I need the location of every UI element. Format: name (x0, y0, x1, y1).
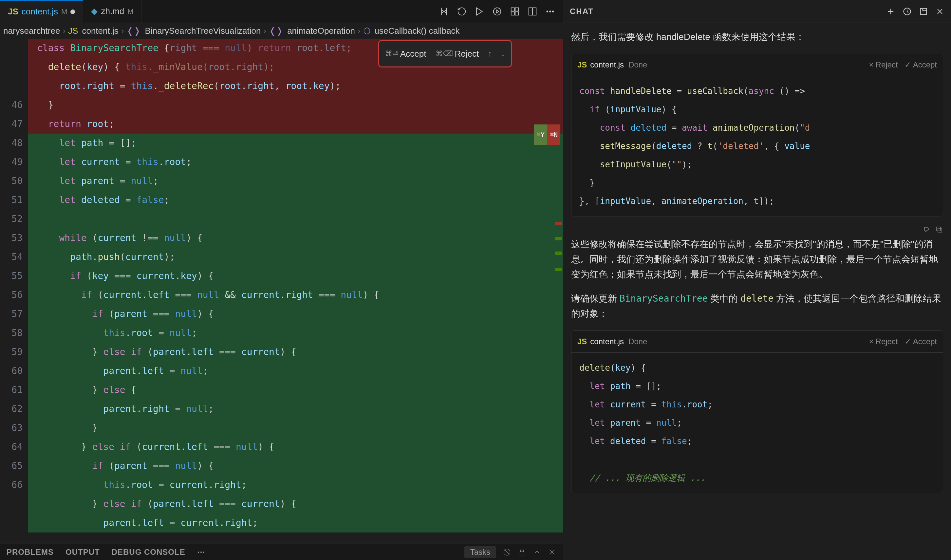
run-alt-icon[interactable] (492, 6, 502, 16)
editor-body[interactable]: 46 47 48 49 50 51 52 53 54 55 56 57 58 5… (0, 38, 563, 544)
chat-title: CHAT (570, 7, 594, 16)
js-icon: JS (68, 26, 78, 36)
lock-icon[interactable] (518, 548, 526, 556)
tab-content-js[interactable]: JS content.js M (0, 0, 83, 23)
chat-header: CHAT (563, 0, 951, 23)
code-block-filename: content.js (590, 334, 624, 349)
more-icon[interactable] (545, 6, 555, 16)
symbol-icon: ⬡ (363, 26, 371, 36)
tab-label: zh.md (101, 6, 124, 16)
code-column[interactable]: class BinarySearchTree {right === null) … (28, 38, 563, 544)
js-icon: JS (577, 334, 587, 349)
svg-rect-2 (515, 8, 519, 11)
code-block-status: Done (628, 57, 647, 72)
chat-code-block: JS content.js Done × Reject ✓ Accept con… (571, 54, 943, 217)
svg-rect-1 (511, 8, 514, 11)
reject-button[interactable]: × Reject (869, 334, 898, 349)
copy-icon[interactable] (935, 226, 943, 234)
revert-icon[interactable] (457, 6, 467, 16)
thumb-down-icon[interactable] (922, 226, 930, 234)
debug-console-tab[interactable]: DEBUG CONSOLE (112, 548, 185, 557)
breadcrumb-item[interactable]: animateOperation (287, 26, 355, 36)
chat-code-block: JS content.js Done × Reject ✓ Accept del… (571, 331, 943, 493)
accept-button[interactable]: ⌘⏎Accept (385, 44, 426, 63)
breadcrumb-item[interactable]: content.js (82, 26, 118, 36)
chat-pane: CHAT 然后，我们需要修改 handleDelete 函数来使用这个结果： J… (563, 0, 951, 560)
code-block-header: JS content.js Done × Reject ✓ Accept (571, 54, 943, 76)
code-block-status: Done (628, 334, 647, 349)
breadcrumb-item[interactable]: BinarySearchTreeVisualization (145, 26, 261, 36)
reject-button[interactable]: × Reject (869, 57, 898, 72)
svg-rect-3 (511, 12, 514, 15)
cells-icon[interactable] (510, 6, 520, 16)
accept-reject-popup: ⌘⏎Accept ⌘⌫Reject ↑ ↓ (378, 40, 512, 68)
problems-tab[interactable]: PROBLEMS (6, 548, 54, 557)
code-block-filename: content.js (590, 57, 624, 72)
symbol-icon: ❬❭ (269, 26, 283, 36)
svg-rect-12 (920, 8, 927, 14)
svg-rect-4 (515, 12, 519, 15)
chat-paragraph: 然后，我们需要修改 handleDelete 函数来使用这个结果： (571, 29, 943, 45)
accept-button[interactable]: ✓ Accept (905, 57, 937, 72)
chat-paragraph: 请确保更新 BinarySearchTree 类中的 delete 方法，使其返… (571, 291, 943, 321)
svg-rect-10 (520, 551, 524, 555)
js-icon: JS (577, 57, 587, 72)
chat-paragraph: 这些修改将确保在尝试删除不存在的节点时，会显示"未找到"的消息，而不是"已删除"… (571, 237, 943, 282)
compare-icon[interactable] (439, 6, 449, 16)
close-icon[interactable] (935, 7, 945, 16)
tab-modifier: M (61, 8, 67, 16)
breadcrumb-item[interactable]: narysearchtree (3, 26, 60, 36)
popout-icon[interactable] (919, 7, 928, 16)
svg-point-8 (552, 11, 554, 12)
more-tabs[interactable]: ⋯ (197, 548, 205, 557)
editor-actions (439, 6, 563, 16)
close-icon[interactable] (548, 548, 556, 556)
tab-label: content.js (22, 6, 58, 17)
history-icon[interactable] (903, 7, 912, 16)
run-icon[interactable] (474, 6, 484, 16)
code-block-body: delete(key) { let path = []; let current… (571, 353, 943, 493)
minimap[interactable] (554, 38, 563, 544)
split-icon[interactable] (528, 6, 537, 16)
breadcrumb-item[interactable]: useCallback() callback (375, 26, 460, 36)
new-chat-icon[interactable] (886, 7, 895, 16)
output-tab[interactable]: OUTPUT (66, 548, 100, 557)
next-icon[interactable]: ↓ (501, 44, 505, 63)
accept-button[interactable]: ✓ Accept (905, 334, 937, 349)
tasks-dropdown[interactable]: Tasks (464, 546, 496, 558)
svg-point-7 (549, 11, 551, 12)
js-icon: JS (8, 6, 18, 17)
reject-button[interactable]: ⌘⌫Reject (435, 44, 479, 63)
bottom-panel: PROBLEMS OUTPUT DEBUG CONSOLE ⋯ Tasks (0, 544, 563, 560)
block-tools (571, 226, 943, 234)
markdown-icon: ◆ (91, 6, 98, 16)
svg-rect-14 (937, 227, 940, 231)
breadcrumb[interactable]: narysearchtree › JS content.js › ❬❭ Bina… (0, 23, 563, 38)
prev-icon[interactable]: ↑ (488, 44, 492, 63)
tab-modifier: M (128, 7, 133, 16)
clear-icon[interactable] (503, 548, 511, 556)
svg-point-0 (494, 8, 501, 15)
line-gutter: 46 47 48 49 50 51 52 53 54 55 56 57 58 5… (0, 38, 28, 544)
accept-shortcut[interactable]: ⌘Y (534, 125, 547, 145)
code-block-body: const handleDelete = useCallback(async (… (571, 76, 943, 216)
svg-point-6 (546, 11, 548, 12)
chat-body[interactable]: 然后，我们需要修改 handleDelete 函数来使用这个结果： JS con… (563, 23, 951, 560)
symbol-icon: ❬❭ (126, 26, 141, 36)
editor-pane: JS content.js M ◆ zh.md M (0, 0, 563, 560)
svg-rect-13 (938, 228, 942, 232)
tabs-bar: JS content.js M ◆ zh.md M (0, 0, 563, 23)
code-block-header: JS content.js Done × Reject ✓ Accept (571, 331, 943, 353)
chevron-up-icon[interactable] (533, 548, 541, 556)
tab-zh-md[interactable]: ◆ zh.md M (83, 0, 142, 23)
dirty-dot-icon (71, 9, 75, 14)
